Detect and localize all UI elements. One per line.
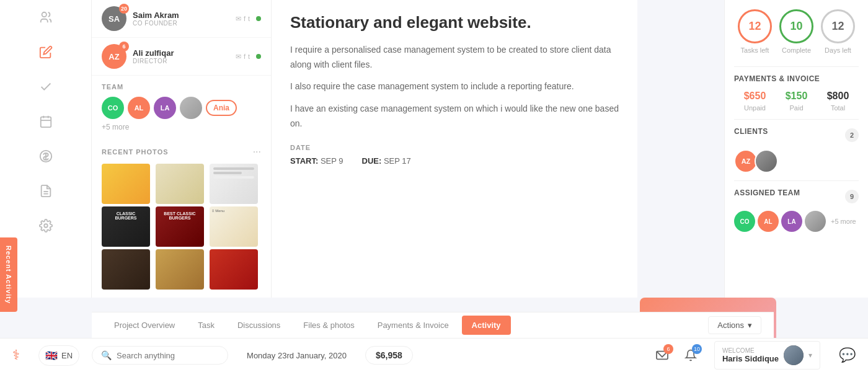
photo-3[interactable] [210,164,258,204]
date-display: Monday 23rd January, 2020 [247,351,347,360]
skype-icon-ali[interactable]: ✉ [236,53,241,61]
avatar-ali: AZ 6 [102,44,126,69]
assigned-more-label: +5 more [831,218,856,225]
notification-group: 6 10 [651,344,702,366]
skype-icon[interactable]: ✉ [236,15,241,23]
online-indicator-ali [256,54,261,59]
tasks-left-label: Tasks left [738,46,772,54]
badge-count-saim: 20 [119,4,129,14]
unpaid-amount: $650 [744,91,766,102]
stat-complete: 10 Complete [779,9,813,54]
team-avatar-al[interactable]: AL [128,97,150,119]
team-panel: SA 20 Saim Akram CO FOUNDER ✉ f t AZ 6 A… [92,0,272,298]
photo-1[interactable] [102,164,150,204]
sidebar-icon-edit[interactable] [35,41,57,63]
photo-2[interactable] [156,164,204,204]
recent-activity-tab[interactable]: Recent Activity [0,237,17,312]
nav-tabs-bar: Project Overview Task Discussions Files … [92,312,774,338]
payment-total: $800 Total [827,91,849,112]
notif-badge: 10 [692,344,702,354]
complete-label: Complete [779,46,813,54]
due-label: DUE: [362,156,382,166]
member-role-saim: CO FOUNDER [133,20,229,27]
team-member-ali: AZ 6 Ali zulfiqar DIRECTOR ✉ f t [92,38,271,76]
dropdown-arrow-icon[interactable]: ▾ [808,351,812,360]
tab-discussions[interactable]: Discussions [228,316,290,335]
team-avatar-la[interactable]: LA [154,97,176,119]
search-input[interactable] [117,351,216,360]
tab-project-overview[interactable]: Project Overview [104,316,185,335]
clients-avatars: AZ [734,149,859,173]
language-selector[interactable]: 🇬🇧 EN [38,345,79,366]
team-avatar-photo[interactable] [180,97,202,119]
twitter-icon-ali[interactable]: t [248,53,250,61]
assigned-avatars: CO AL LA +5 more [734,211,859,232]
assigned-avatar-al[interactable]: AL [758,211,779,232]
actions-label: Actions [717,321,744,330]
clients-title: CLIENTS [734,127,768,136]
payment-paid: $150 Paid [786,91,808,112]
tab-files-photos[interactable]: Files & photos [293,316,364,335]
due-date: DUE: SEP 17 [362,156,411,166]
social-icons-saim: ✉ f t [236,15,250,23]
complete-circle: 10 [779,9,813,43]
client-avatar-photo[interactable] [755,149,778,173]
user-avatar [784,345,804,365]
user-greeting[interactable]: WELCOME Haris Siddique ▾ [714,341,820,370]
photos-label: RECENT PHOTOS [102,148,169,156]
member-name-ali: Ali zulfiqar [133,48,229,58]
sidebar-icon-settings[interactable] [35,215,57,237]
twitter-icon[interactable]: t [248,15,250,23]
notification-button[interactable]: 10 [680,344,702,366]
assigned-avatar-la[interactable]: LA [781,211,802,232]
email-button[interactable]: 6 [651,344,673,366]
days-left-circle: 12 [821,9,855,43]
sidebar-icon-check[interactable] [35,76,57,98]
tab-payments-invoice[interactable]: Payments & Invoice [368,316,459,335]
photos-more-icon[interactable]: ··· [253,146,261,157]
social-icons-ali: ✉ f t [236,53,250,61]
welcome-text: WELCOME [722,347,779,354]
photo-7[interactable] [102,249,150,290]
sidebar-icon-document[interactable] [35,180,57,202]
bottom-bar: ⚕ 🇬🇧 EN 🔍 Monday 23rd January, 2020 $6,9… [0,338,868,372]
facebook-icon[interactable]: f [244,15,246,23]
team-member-saim: SA 20 Saim Akram CO FOUNDER ✉ f t [92,0,271,38]
logo-icon[interactable]: ⚕ [12,347,20,363]
photo-4[interactable]: CLASSICBURGERS [102,206,150,247]
project-desc-3: I have an existing case management syste… [290,102,619,131]
clients-count: 2 [845,128,859,142]
sidebar-icon-calendar[interactable] [35,110,57,133]
start-date: START: SEP 9 [290,156,343,166]
sidebar-icon-users[interactable] [35,6,57,29]
project-desc-1: I require a personalised case management… [290,43,619,73]
actions-button[interactable]: Actions ▾ [708,316,761,334]
assigned-avatar-co[interactable]: CO [734,211,755,232]
team-avatar-co[interactable]: CO [102,97,124,119]
online-indicator-saim [256,16,261,21]
email-badge: 6 [663,344,673,354]
photos-header: RECENT PHOTOS ··· [102,146,261,157]
photo-9[interactable] [210,249,258,290]
clients-section: CLIENTS 2 [734,127,859,143]
tab-activity[interactable]: Activity [462,316,511,335]
tab-task[interactable]: Task [188,316,224,335]
chat-icon[interactable]: 💬 [839,347,856,363]
team-avatars: CO AL LA Ania +5 more [102,97,261,131]
sidebar-icon-dollar[interactable] [35,145,57,167]
photo-5[interactable]: BEST CLASSICBURGERS [156,206,204,247]
main-content: Stationary and elegant website. I requir… [272,0,637,298]
badge-count-ali: 6 [119,42,129,51]
photo-grid: CLASSICBURGERS BEST CLASSICBURGERS ≡ Men… [102,164,261,290]
svg-rect-1 [40,117,51,128]
more-members: +5 more [102,123,129,131]
photo-8[interactable] [156,249,204,290]
total-amount: $800 [827,91,849,102]
actions-chevron-icon: ▾ [748,321,752,330]
photo-6[interactable]: ≡ Menu [210,206,258,247]
ania-tag[interactable]: Ania [206,100,237,116]
flag-icon: 🇬🇧 [45,350,58,361]
assigned-avatar-photo[interactable] [805,211,826,232]
facebook-icon-ali[interactable]: f [244,53,246,61]
project-desc-2: I also require the case management syste… [290,79,619,94]
